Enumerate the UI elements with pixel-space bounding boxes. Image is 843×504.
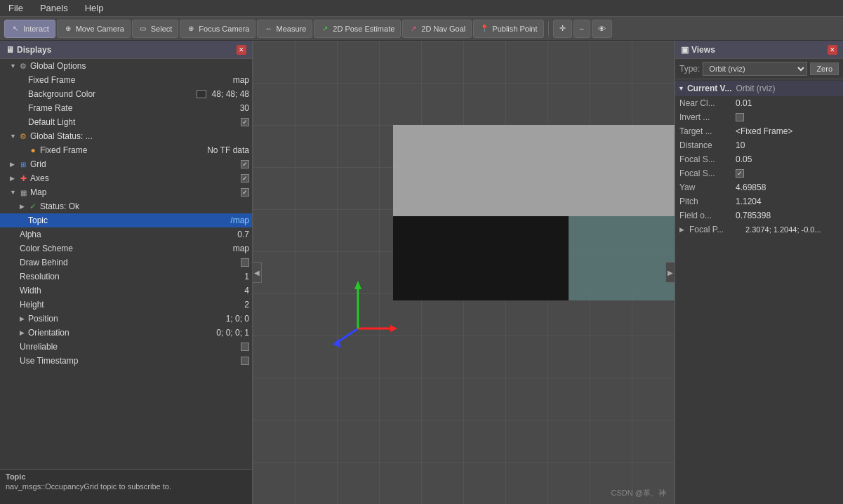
status-bar: Topic nav_msgs::OccupancyGrid topic to s…: [0, 469, 252, 504]
focal-s2-checkbox[interactable]: [736, 169, 744, 178]
toolbar-minus[interactable]: −: [573, 20, 590, 38]
fixed-frame-row[interactable]: Fixed Frame map: [0, 73, 252, 87]
toolbar-2d-nav-label: 2D Nav Goal: [421, 25, 465, 33]
map-icon: ▦: [18, 187, 28, 197]
right-collapse-btn[interactable]: ▶: [665, 262, 675, 283]
toolbar-select[interactable]: ▭ Select: [132, 20, 179, 38]
axes-expand: ▶: [10, 175, 17, 182]
views-close-btn[interactable]: ✕: [828, 45, 837, 55]
unreliable-label: Unreliable: [20, 342, 241, 352]
ori-expand: ▶: [20, 329, 27, 336]
height-row[interactable]: Height 2: [0, 298, 252, 312]
grid-checkbox[interactable]: [241, 160, 249, 168]
global-status-row[interactable]: ▼ ⚙ Global Status: ...: [0, 129, 252, 143]
toolbar-move-camera[interactable]: ⊕ Move Camera: [57, 20, 131, 38]
status-ok-row[interactable]: ▶ ✓ Status: Ok: [0, 199, 252, 213]
use-timestamp-row[interactable]: Use Timestamp: [0, 354, 252, 368]
toolbar-measure[interactable]: ↔ Measure: [257, 20, 312, 38]
displays-close-btn[interactable]: ✕: [237, 45, 246, 55]
toolbar-2d-pose[interactable]: ↗ 2D Pose Estimate: [314, 20, 401, 38]
focus-camera-icon: ⊕: [186, 24, 196, 34]
position-row[interactable]: ▶ Position 1; 0; 0: [0, 312, 252, 326]
width-row[interactable]: Width 4: [0, 284, 252, 298]
viewport-canvas: ◀ ▶: [253, 41, 675, 504]
background-color-label: Background Color: [28, 89, 197, 99]
toolbar-publish-point[interactable]: 📍 Publish Point: [473, 20, 543, 38]
width-label: Width: [20, 286, 241, 296]
resolution-row[interactable]: Resolution 1: [0, 270, 252, 284]
toolbar-crosshair[interactable]: ✛: [553, 20, 572, 38]
displays-header: 🖥 Displays ✕: [0, 41, 252, 59]
axes-visualization: [316, 272, 400, 357]
watermark: CSDN @革、神: [611, 488, 666, 498]
grid-row[interactable]: ▶ ⊞ Grid: [0, 157, 252, 171]
default-light-checkbox[interactable]: [241, 118, 249, 126]
default-light-row[interactable]: Default Light: [0, 115, 252, 129]
displays-panel: 🖥 Displays ✕ ▼ ⚙ Global Options Fixed Fr…: [0, 41, 253, 504]
unreliable-checkbox[interactable]: [241, 343, 249, 351]
distance-row: Distance 10: [675, 138, 843, 152]
frame-rate-value: 30: [240, 103, 249, 113]
topic-label: Topic: [28, 215, 227, 225]
global-options-expand: ▼: [10, 62, 17, 69]
gs-fixed-frame-row[interactable]: ● Fixed Frame No TF data: [0, 143, 252, 157]
use-timestamp-checkbox[interactable]: [241, 357, 249, 365]
toolbar-2d-pose-label: 2D Pose Estimate: [333, 25, 394, 33]
menu-help[interactable]: Help: [82, 1, 107, 15]
target-value: <Fixed Frame>: [736, 126, 792, 136]
color-scheme-row[interactable]: Color Scheme map: [0, 241, 252, 256]
axes-checkbox[interactable]: [241, 174, 249, 183]
publish-point-icon: 📍: [479, 24, 489, 34]
background-color-row[interactable]: Background Color 48; 48; 48: [0, 87, 252, 101]
toolbar-2d-nav[interactable]: ↗ 2D Nav Goal: [402, 20, 472, 38]
toolbar-interact[interactable]: ↖ Interact: [4, 20, 55, 38]
crosshair-icon: ✛: [559, 24, 566, 33]
width-value: 4: [244, 286, 249, 296]
near-cl-row: Near Cl... 0.01: [675, 96, 843, 110]
use-timestamp-label: Use Timestamp: [20, 356, 241, 366]
color-scheme-label: Color Scheme: [20, 244, 230, 253]
toolbar-eye[interactable]: 👁: [592, 20, 612, 38]
target-row: Target ... <Fixed Frame>: [675, 124, 843, 138]
orientation-row[interactable]: ▶ Orientation 0; 0; 0; 1: [0, 326, 252, 340]
focal-s1-row: Focal S... 0.05: [675, 152, 843, 166]
eye-icon: 👁: [598, 25, 606, 33]
fixed-frame-value: map: [233, 75, 249, 85]
3d-viewport[interactable]: ◀ ▶ CSDN @革、神: [253, 41, 675, 504]
grid-icon: ⊞: [18, 159, 28, 169]
draw-behind-checkbox[interactable]: [241, 258, 249, 267]
check-icon: ✓: [28, 201, 38, 211]
global-options-row[interactable]: ▼ ⚙ Global Options: [0, 59, 252, 73]
focal-s2-row: Focal S...: [675, 166, 843, 180]
unreliable-row[interactable]: Unreliable: [0, 340, 252, 354]
draw-behind-label: Draw Behind: [20, 258, 241, 267]
views-panel: ▣ Views ✕ Type: Orbit (rviz) Zero ▼ Curr…: [675, 41, 843, 504]
zero-btn[interactable]: Zero: [810, 62, 839, 75]
frame-rate-row[interactable]: Frame Rate 30: [0, 101, 252, 115]
toolbar-focus-camera[interactable]: ⊕ Focus Camera: [180, 20, 255, 38]
map-checkbox[interactable]: [241, 188, 249, 197]
draw-behind-row[interactable]: Draw Behind: [0, 256, 252, 270]
error-icon: ●: [28, 145, 38, 155]
map-row[interactable]: ▼ ▦ Map: [0, 185, 252, 199]
pos-expand: ▶: [20, 315, 27, 322]
alpha-label: Alpha: [20, 230, 234, 239]
nav-icon: ↗: [409, 24, 418, 34]
invert-checkbox[interactable]: [736, 113, 744, 121]
left-collapse-btn[interactable]: ◀: [253, 262, 262, 283]
type-select[interactable]: Orbit (rviz): [703, 62, 807, 76]
axes-row[interactable]: ▶ ✚ Axes: [0, 171, 252, 185]
current-view-section[interactable]: ▼ Current V... Orbit (rviz): [675, 81, 843, 96]
pitch-value: 1.1204: [736, 197, 762, 206]
sok-expand: ▶: [20, 203, 27, 210]
menu-file[interactable]: File: [6, 1, 26, 15]
menu-panels[interactable]: Panels: [37, 1, 71, 15]
gs-fixed-frame-value: No TF data: [207, 145, 249, 155]
alpha-row[interactable]: Alpha 0.7: [0, 227, 252, 241]
monitor-icon: 🖥: [6, 45, 14, 55]
invert-key: Invert ...: [679, 112, 736, 122]
topic-row[interactable]: Topic /map: [0, 213, 252, 227]
svg-marker-6: [390, 325, 397, 332]
topic-value: /map: [230, 215, 249, 225]
views-title: ▣ Views: [681, 45, 715, 55]
